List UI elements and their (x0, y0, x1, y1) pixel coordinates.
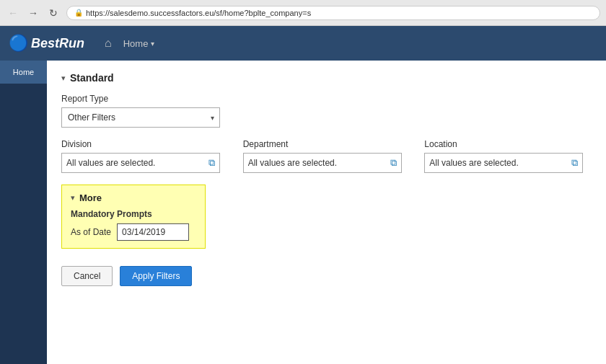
action-buttons: Cancel Apply Filters (61, 266, 592, 286)
division-input-wrapper: All values are selected. ⧉ (61, 153, 220, 173)
address-bar[interactable]: 🔒 https://salesdemo.successfactors.eu/sf… (66, 6, 600, 20)
report-type-select[interactable]: Other FiltersStandard ReportCustom Repor… (61, 107, 220, 128)
location-value: All values are selected. (429, 158, 571, 168)
nav-home-label: Home (123, 38, 149, 49)
as-of-date-row: As of Date (71, 223, 196, 241)
apply-filters-button[interactable]: Apply Filters (120, 266, 192, 286)
division-expand-icon[interactable]: ⧉ (208, 157, 215, 169)
page-layout: Home ▾ Standard Report Type Other Filter… (0, 61, 606, 364)
main-content: ▾ Standard Report Type Other FiltersStan… (47, 61, 606, 364)
logo-text: BestRun (31, 36, 84, 51)
location-expand-icon[interactable]: ⧉ (571, 157, 578, 169)
nav-home-link[interactable]: Home ▾ (123, 38, 155, 49)
sidebar-home-label: Home (13, 68, 34, 76)
division-col: Division All values are selected. ⧉ (61, 139, 229, 173)
department-col: Department All values are selected. ⧉ (243, 139, 410, 173)
more-section: ▾ More Mandatory Prompts As of Date (61, 185, 206, 249)
back-button[interactable]: ← (6, 6, 20, 20)
url-text: https://salesdemo.successfactors.eu/sf/h… (86, 9, 311, 17)
forward-button[interactable]: → (26, 6, 40, 20)
as-of-date-input[interactable] (117, 223, 189, 241)
logo-area: 🔵 BestRun (9, 34, 84, 53)
location-input-wrapper: All values are selected. ⧉ (424, 153, 583, 173)
department-expand-icon[interactable]: ⧉ (390, 157, 397, 169)
mandatory-prompts-label: Mandatory Prompts (71, 209, 196, 219)
sidebar-dark-area (0, 84, 47, 364)
home-icon-btn[interactable]: ⌂ (105, 37, 112, 50)
location-label: Location (424, 139, 592, 149)
standard-chevron[interactable]: ▾ (61, 74, 66, 83)
more-section-title: More (79, 192, 102, 203)
more-section-header: ▾ More (71, 192, 196, 203)
nav-chevron: ▾ (151, 40, 154, 48)
report-type-group: Report Type Other FiltersStandard Report… (61, 94, 592, 128)
refresh-button[interactable]: ↻ (46, 6, 61, 20)
department-input-wrapper: All values are selected. ⧉ (243, 153, 402, 173)
report-type-select-wrapper: Other FiltersStandard ReportCustom Repor… (61, 107, 220, 128)
top-nav: 🔵 BestRun ⌂ Home ▾ (0, 26, 606, 61)
division-label: Division (61, 139, 229, 149)
sidebar: Home (0, 61, 47, 364)
sidebar-home-item[interactable]: Home (0, 61, 47, 84)
logo-icon: 🔵 (9, 34, 28, 53)
report-type-label: Report Type (61, 94, 592, 104)
department-label: Department (243, 139, 410, 149)
standard-section-header: ▾ Standard (61, 72, 592, 84)
department-value: All values are selected. (248, 158, 390, 168)
cancel-button[interactable]: Cancel (61, 266, 113, 286)
as-of-date-label: As of Date (71, 227, 111, 237)
browser-chrome: ← → ↻ 🔒 https://salesdemo.successfactors… (0, 0, 606, 26)
more-chevron[interactable]: ▾ (71, 193, 75, 203)
standard-section-title: Standard (70, 72, 114, 84)
lock-icon: 🔒 (74, 9, 83, 17)
division-value: All values are selected. (66, 158, 208, 168)
location-col: Location All values are selected. ⧉ (424, 139, 592, 173)
filter-row: Division All values are selected. ⧉ Depa… (61, 139, 592, 173)
